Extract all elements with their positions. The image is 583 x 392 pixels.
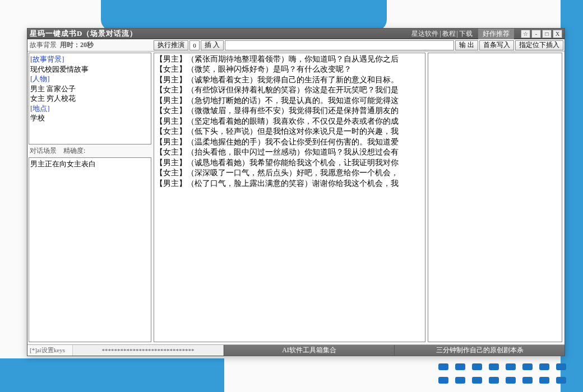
bg-line: 学校 (30, 113, 150, 123)
dialogue-line: 【女主】（微微皱眉，显得有些不安）我觉得我们还是保持普通朋友的 (155, 106, 424, 116)
app-window: 星码一键成书D（场景对话流） 星达软件| 教程| 下载 好作推荐 ☆ - □ X… (27, 28, 565, 356)
first-write-button[interactable]: 首条写入 (479, 40, 514, 50)
maximize-button[interactable]: □ (542, 30, 552, 38)
scene-panel[interactable]: 男主正在向女主表白 (29, 157, 151, 342)
bg-line: [人物] (30, 74, 50, 83)
bg-line: 男主 富家公子 (30, 84, 150, 94)
titlebar-links: 星达软件| 教程| 下载 好作推荐 (411, 29, 514, 39)
time-value: 20秒 (80, 41, 94, 49)
story-bg-label: 故事背景 (30, 40, 57, 50)
counter-display: 0 (189, 40, 200, 50)
bg-line: 现代校园爱情故事 (30, 64, 150, 74)
output-button[interactable]: 输 出 (455, 40, 478, 50)
dialogue-line: 【女主】（微笑，眼神闪烁好奇）是吗？有什么改变呢？ (155, 64, 424, 74)
scene-text: 男主正在向女主表白 (30, 159, 150, 169)
dialogue-line: 【男主】（急切地打断她的话）不，我是认真的。我知道你可能觉得这 (155, 96, 424, 106)
dialogue-line: 【男主】（诚挚地看着女主）我觉得自己的生活有了新的意义和目标。 (155, 75, 424, 85)
link-tutorial[interactable]: 教程 (442, 29, 456, 39)
dialogue-line: 【女主】（抬头看他，眼中闪过一丝感动）你知道吗？我从没想过会有 (155, 147, 424, 157)
scene-label: 对话场景 (30, 146, 57, 156)
footer-stars: ****************************** (72, 345, 224, 356)
command-input[interactable] (225, 40, 454, 50)
bg-line: 女主 穷人校花 (30, 94, 150, 104)
link-software[interactable]: 星达软件 (411, 29, 438, 39)
dialogue-panel[interactable]: 【男主】（紧张而期待地整理着领带）嗨，你知道吗？自从遇见你之后 【女主】（微笑，… (154, 53, 425, 342)
insert-at-button[interactable]: 指定位下插入 (515, 40, 563, 50)
dialogue-line: 【男主】（温柔地握住她的手）我不会让你受到任何伤害的。我知道爱 (155, 137, 424, 147)
dialogue-line: 【男主】（诚恳地看着她）我希望你能给我这个机会，让我证明我对你 (155, 158, 424, 168)
dialogue-line: 【男主】（坚定地看着她的眼睛）我喜欢你，不仅仅是外表或者你的成 (155, 116, 424, 127)
dialogue-line: 【男主】（紧张而期待地整理着领带）嗨，你知道吗？自从遇见你之后 (155, 54, 424, 64)
execute-button[interactable]: 执行推演 (154, 40, 188, 50)
script-maker-button[interactable]: 三分钟制作自己的原创剧本杀 (394, 345, 565, 356)
accuracy-label: 精确度: (63, 146, 85, 156)
star-button[interactable]: ☆ (521, 30, 530, 38)
time-label: 用时： (60, 41, 80, 49)
window-title: 星码一键成书D（场景对话流） (30, 29, 411, 39)
titlebar: 星码一键成书D（场景对话流） 星达软件| 教程| 下载 好作推荐 ☆ - □ X (27, 29, 565, 39)
close-button[interactable]: X (553, 30, 562, 38)
link-download[interactable]: 下载 (459, 29, 473, 39)
minimize-button[interactable]: - (531, 30, 541, 38)
insert-button[interactable]: 插 入 (201, 40, 224, 50)
dialogue-line: 【男主】（松了口气，脸上露出满意的笑容）谢谢你给我这个机会，我 (155, 179, 424, 189)
ai-toolbox-button[interactable]: AI软件工具箱集合 (224, 345, 394, 356)
footer: [*]ai设置keys ****************************… (27, 344, 565, 356)
dialogue-line: 【女主】（有些惊讶但保持着礼貌的笑容）你这是在开玩笑吧？我们是 (155, 85, 424, 95)
bg-line: [故事背景] (30, 55, 64, 63)
story-background-panel[interactable]: [故事背景] 现代校园爱情故事 [人物] 男主 富家公子 女主 穷人校花 [地点… (29, 53, 151, 144)
dialogue-line: 【女主】（低下头，轻声说）但是我怕这对你来说只是一时的兴趣，我 (155, 127, 424, 137)
bg-line: [地点] (30, 104, 50, 113)
dialogue-line: 【女主】（深深吸了一口气，然后点头）好吧，我愿意给你一个机会， (155, 168, 424, 178)
ai-keys-button[interactable]: [*]ai设置keys (27, 346, 72, 354)
toolbar: 故事背景 用时：20秒 执行推演 0 插 入 输 出 首条写入 指定位下插入 (27, 39, 565, 52)
recommend-button[interactable]: 好作推荐 (478, 29, 514, 39)
output-panel[interactable] (428, 53, 562, 342)
